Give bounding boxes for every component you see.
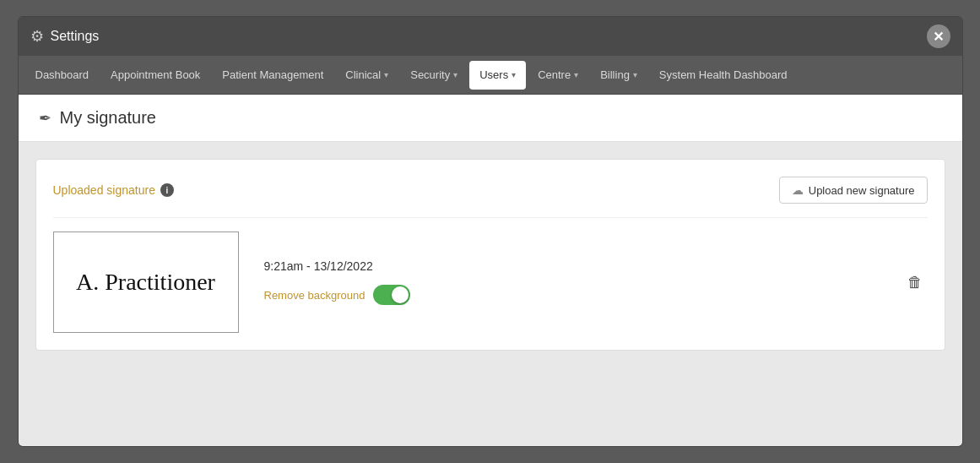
nav-bar: Dashboard Appointment Book Patient Manag… bbox=[19, 56, 962, 95]
chevron-down-icon: ▾ bbox=[384, 70, 388, 79]
uploaded-signature-label: Uploaded signature i bbox=[53, 183, 174, 197]
main-content: ✒ My signature Uploaded signature i ☁ Up… bbox=[19, 95, 962, 447]
remove-background-label: Remove background bbox=[264, 289, 365, 302]
nav-item-billing[interactable]: Billing ▾ bbox=[590, 61, 647, 90]
chevron-down-icon: ▾ bbox=[574, 70, 578, 79]
nav-item-appointment-book[interactable]: Appointment Book bbox=[100, 61, 210, 90]
nav-item-patient-management[interactable]: Patient Management bbox=[212, 61, 333, 90]
pen-icon: ✒ bbox=[39, 109, 51, 128]
content-area: Uploaded signature i ☁ Upload new signat… bbox=[19, 142, 962, 368]
chevron-down-icon: ▾ bbox=[512, 70, 516, 79]
settings-modal: ⚙ Settings ✕ Dashboard Appointment Book … bbox=[18, 16, 963, 447]
upload-new-signature-button[interactable]: ☁ Upload new signature bbox=[779, 177, 928, 204]
nav-item-dashboard[interactable]: Dashboard bbox=[25, 61, 100, 90]
nav-item-clinical[interactable]: Clinical ▾ bbox=[335, 61, 398, 90]
title-bar-left: ⚙ Settings bbox=[30, 27, 100, 46]
upload-icon: ☁ bbox=[792, 183, 804, 197]
gear-icon: ⚙ bbox=[30, 27, 44, 46]
chevron-down-icon: ▾ bbox=[633, 70, 637, 79]
remove-background-row: Remove background bbox=[264, 285, 877, 305]
signature-card: Uploaded signature i ☁ Upload new signat… bbox=[35, 159, 945, 351]
toggle-thumb bbox=[392, 286, 409, 303]
remove-background-toggle[interactable] bbox=[373, 285, 410, 305]
close-button[interactable]: ✕ bbox=[927, 25, 950, 48]
page-title: My signature bbox=[60, 108, 157, 128]
modal-title: Settings bbox=[51, 29, 100, 44]
signature-text: A. Practitioner bbox=[76, 269, 215, 296]
nav-item-security[interactable]: Security ▾ bbox=[400, 61, 468, 90]
chevron-down-icon: ▾ bbox=[453, 70, 458, 79]
nav-item-system-health[interactable]: System Health Dashboard bbox=[649, 61, 798, 90]
signature-image-box: A. Practitioner bbox=[53, 232, 239, 333]
signature-meta: 9:21am - 13/12/2022 Remove background bbox=[264, 259, 877, 305]
card-header: Uploaded signature i ☁ Upload new signat… bbox=[53, 177, 928, 218]
page-header: ✒ My signature bbox=[19, 95, 962, 142]
info-icon[interactable]: i bbox=[160, 183, 174, 197]
nav-item-users[interactable]: Users ▾ bbox=[469, 61, 526, 90]
signature-timestamp: 9:21am - 13/12/2022 bbox=[264, 259, 877, 273]
signature-row: A. Practitioner 9:21am - 13/12/2022 Remo… bbox=[53, 232, 928, 333]
title-bar: ⚙ Settings ✕ bbox=[19, 17, 962, 56]
delete-signature-button[interactable]: 🗑 bbox=[902, 269, 928, 297]
nav-item-centre[interactable]: Centre ▾ bbox=[528, 61, 588, 90]
toggle-track bbox=[373, 285, 410, 305]
trash-icon: 🗑 bbox=[907, 274, 923, 291]
close-icon: ✕ bbox=[933, 29, 944, 45]
